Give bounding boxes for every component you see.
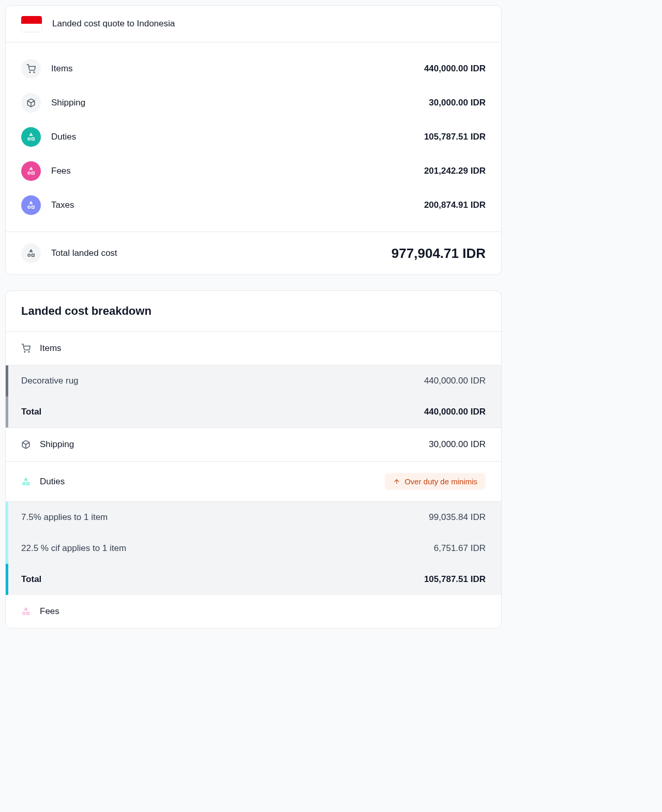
quote-total-row: Total landed cost 977,904.71 IDR <box>6 232 501 274</box>
duty-row: 7.5% applies to 1 item 99,035.84 IDR <box>6 502 501 533</box>
row-label: Items <box>51 64 424 74</box>
indonesia-flag-icon <box>21 16 42 32</box>
svg-rect-15 <box>27 482 29 485</box>
svg-point-14 <box>23 482 25 485</box>
section-head-fees: Fees <box>6 595 501 628</box>
row-value: 200,874.91 IDR <box>424 200 486 210</box>
row-label: Fees <box>51 166 424 176</box>
total-label: Total landed cost <box>51 248 392 258</box>
stripe-icon <box>6 502 8 533</box>
shapes-icon <box>21 477 31 486</box>
svg-point-1 <box>34 72 35 73</box>
row-value: 30,000.00 IDR <box>429 98 486 108</box>
duty-row: 22.5 % cif applies to 1 item 6,751.67 ID… <box>6 533 501 564</box>
svg-rect-8 <box>32 206 35 209</box>
shapes-icon <box>21 161 41 181</box>
breakdown-card: Landed cost breakdown Items Decorative r… <box>5 290 502 629</box>
row-value: 105,787.51 IDR <box>424 132 486 142</box>
summary-row-duties: Duties 105,787.51 IDR <box>21 120 486 154</box>
cart-icon <box>21 59 41 79</box>
section-label: Duties <box>40 477 65 487</box>
shapes-icon <box>21 243 41 263</box>
duties-total-row: Total 105,787.51 IDR <box>6 564 501 595</box>
stripe-icon <box>6 365 8 396</box>
duties-detail-block: 7.5% applies to 1 item 99,035.84 IDR 22.… <box>6 502 501 595</box>
item-row: Decorative rug 440,000.00 IDR <box>6 365 501 396</box>
svg-point-17 <box>23 612 25 615</box>
package-icon <box>21 440 31 449</box>
section-head-items: Items <box>6 332 501 365</box>
total-label: Total <box>21 574 41 585</box>
svg-point-5 <box>28 172 31 175</box>
row-value: 201,242.29 IDR <box>424 166 486 176</box>
svg-rect-10 <box>32 254 35 257</box>
svg-rect-6 <box>32 172 35 175</box>
section-head-duties: Duties Over duty de minimis <box>6 462 501 502</box>
row-label: Shipping <box>51 98 429 108</box>
item-label: Decorative rug <box>21 376 79 386</box>
items-detail-block: Decorative rug 440,000.00 IDR Total 440,… <box>6 365 501 427</box>
row-label: Taxes <box>51 200 424 210</box>
items-total-row: Total 440,000.00 IDR <box>6 396 501 427</box>
svg-point-9 <box>28 254 31 257</box>
svg-point-3 <box>28 138 31 141</box>
quote-title: Landed cost quote to Indonesia <box>52 19 175 29</box>
quote-card: Landed cost quote to Indonesia Items 440… <box>5 5 502 275</box>
section-head-shipping: Shipping 30,000.00 IDR <box>6 427 501 462</box>
svg-point-0 <box>29 72 31 73</box>
section-value: 30,000.00 IDR <box>429 439 486 450</box>
summary-row-taxes: Taxes 200,874.91 IDR <box>21 188 486 222</box>
svg-point-11 <box>24 351 25 353</box>
arrow-up-icon <box>393 478 400 485</box>
quote-header: Landed cost quote to Indonesia <box>6 6 501 42</box>
stripe-icon <box>6 396 8 427</box>
item-value: 440,000.00 IDR <box>424 376 486 386</box>
shapes-icon <box>21 195 41 215</box>
badge-text: Over duty de minimis <box>404 477 477 486</box>
duty-label: 22.5 % cif applies to 1 item <box>21 543 126 554</box>
de-minimis-badge: Over duty de minimis <box>385 473 486 490</box>
row-value: 440,000.00 IDR <box>424 64 486 74</box>
section-label: Shipping <box>40 439 74 450</box>
svg-rect-18 <box>27 612 29 615</box>
duty-value: 6,751.67 IDR <box>434 543 486 554</box>
stripe-icon <box>6 564 8 595</box>
package-icon <box>21 93 41 113</box>
breakdown-title: Landed cost breakdown <box>6 291 501 332</box>
row-label: Duties <box>51 132 424 142</box>
total-label: Total <box>21 407 41 417</box>
total-value: 105,787.51 IDR <box>424 574 486 585</box>
shapes-icon <box>21 127 41 147</box>
duty-label: 7.5% applies to 1 item <box>21 512 108 523</box>
shapes-icon <box>21 607 31 616</box>
section-label: Items <box>40 343 62 354</box>
stripe-icon <box>6 533 8 564</box>
total-value: 977,904.71 IDR <box>392 246 486 262</box>
svg-point-7 <box>28 206 31 209</box>
summary-row-fees: Fees 201,242.29 IDR <box>21 154 486 188</box>
total-value: 440,000.00 IDR <box>424 407 486 417</box>
section-label: Fees <box>40 606 59 617</box>
summary-row-shipping: Shipping 30,000.00 IDR <box>21 86 486 120</box>
duty-value: 99,035.84 IDR <box>429 512 486 523</box>
svg-point-12 <box>28 351 29 353</box>
quote-summary: Items 440,000.00 IDR Shipping 30,000.00 … <box>6 42 501 232</box>
summary-row-items: Items 440,000.00 IDR <box>21 52 486 86</box>
cart-icon <box>21 344 31 353</box>
svg-rect-4 <box>32 138 35 141</box>
